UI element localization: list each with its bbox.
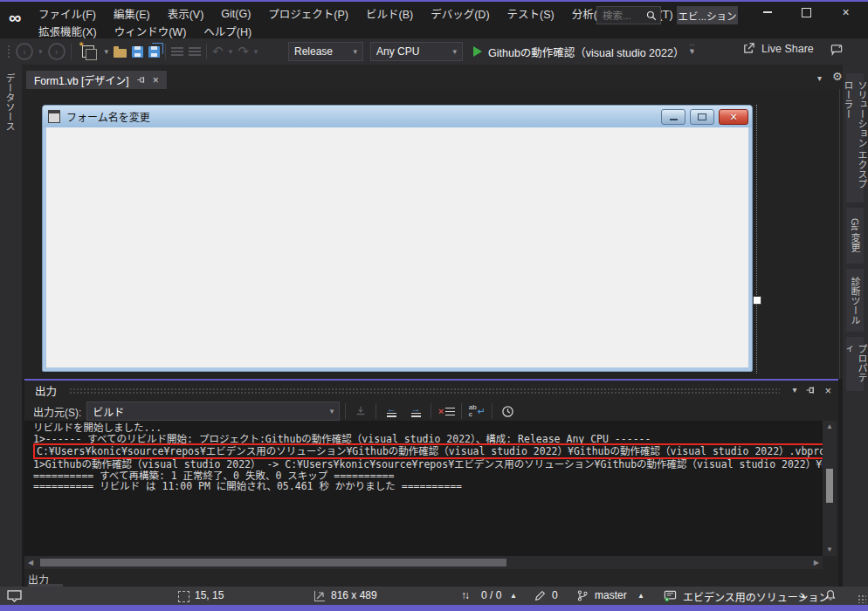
document-well: Form1.vb [デザイン] × ▾ ⚙ フォーム名を変更 ✕ — [22, 65, 843, 379]
scroll-right-icon[interactable]: ▶ — [814, 560, 819, 566]
toolbar-separator — [431, 403, 431, 419]
tab-list-chevron-icon[interactable]: ▾ — [817, 74, 822, 83]
document-tab-label: Form1.vb [デザイン] — [34, 72, 129, 87]
toolbar-grip[interactable] — [7, 45, 10, 59]
sidebar-item-solution-explorer[interactable]: ソリューション エクスプローラー — [846, 73, 864, 203]
bell-icon[interactable] — [824, 589, 837, 601]
horizontal-scroll-thumb[interactable] — [40, 559, 506, 566]
redo-dropdown-caret[interactable]: ▾ — [254, 48, 258, 56]
scroll-down-icon[interactable]: ▼ — [826, 546, 833, 553]
run-target-label: Githubの動作確認（visual studio 2022） — [488, 44, 684, 60]
live-share-label: Live Share — [761, 43, 814, 55]
sidebar-item-git-changes[interactable]: Git 変更 — [846, 208, 864, 264]
horizontal-scrollbar[interactable]: ◀ ▶ — [24, 556, 823, 569]
window-position-chevron-icon[interactable]: ▾ — [792, 386, 796, 395]
tab-form1-designer[interactable]: Form1.vb [デザイン] × — [26, 71, 167, 89]
form-client-area[interactable] — [46, 127, 748, 367]
minimize-button[interactable] — [747, 0, 787, 24]
navigate-forward-icon[interactable]: › — [48, 43, 65, 60]
vertical-scroll-thumb[interactable] — [826, 469, 833, 503]
resize-handle[interactable] — [753, 296, 761, 305]
pin-icon[interactable] — [805, 385, 816, 395]
menu-test[interactable]: テスト(S) — [499, 3, 563, 24]
form-maximize-button[interactable] — [690, 109, 714, 125]
sidebar-item-diagnostic-tools[interactable]: 診断ツール — [846, 269, 864, 332]
minimize-icon — [763, 11, 772, 13]
current-branch[interactable]: master — [595, 589, 627, 601]
output-text-area[interactable]: リビルドを開始しました... 1>------ すべてのリビルド開始: プロジェ… — [24, 421, 823, 556]
task-status-icon[interactable] — [7, 590, 22, 602]
form-close-button[interactable]: ✕ — [719, 109, 748, 125]
menu-build[interactable]: ビルド(B) — [357, 3, 422, 24]
current-repository[interactable]: エビデンス用のソリューション — [683, 589, 830, 604]
word-wrap-icon[interactable]: abc ↵ — [467, 402, 486, 420]
close-panel-icon[interactable]: × — [824, 384, 831, 397]
outdent-icon[interactable] — [171, 47, 183, 56]
return-arrow-icon: ↵ — [478, 406, 486, 417]
form-titlebar[interactable]: フォーム名を変更 ✕ — [43, 106, 752, 127]
start-debug-button[interactable]: Githubの動作確認（visual studio 2022） ▾ — [473, 41, 694, 62]
selection-border — [756, 105, 758, 374]
sidebar-item-properties[interactable]: プロパティ — [846, 337, 864, 391]
configuration-dropdown[interactable]: Release▾ — [288, 42, 363, 61]
indent-icon[interactable] — [189, 47, 201, 56]
menu-project[interactable]: プロジェクト(P) — [259, 3, 357, 24]
resize-grip[interactable] — [858, 594, 866, 603]
designed-form[interactable]: フォーム名を変更 ✕ — [42, 105, 753, 372]
arrow-right-icon: → — [411, 405, 421, 412]
pending-edits-count[interactable]: 0 — [552, 589, 558, 601]
new-dropdown-caret[interactable]: ▾ — [105, 48, 109, 56]
scroll-left-icon[interactable]: ◀ — [28, 560, 33, 566]
selection-size: 816 x 489 — [331, 589, 377, 601]
repository-menu-caret[interactable]: ▲ — [800, 592, 807, 600]
platform-dropdown[interactable]: Any CPU▾ — [370, 42, 463, 61]
back-dropdown-caret[interactable]: ▾ — [38, 48, 43, 56]
output-source-dropdown[interactable]: ビルド▾ — [86, 402, 340, 421]
vertical-scrollbar[interactable]: ▲ ▼ — [823, 421, 837, 556]
close-button[interactable]: × — [826, 0, 865, 24]
open-folder-icon[interactable] — [114, 49, 127, 58]
undo-dropdown-caret[interactable]: ▾ — [229, 48, 233, 56]
maximize-button[interactable] — [787, 0, 826, 24]
chevron-down-icon: ▾ — [452, 48, 457, 56]
output-line: 1>Githubの動作確認（visual studio 2022） -> C:¥… — [33, 459, 823, 470]
close-tab-icon[interactable]: × — [153, 74, 159, 86]
sync-menu-caret[interactable]: ▲ — [510, 592, 517, 600]
save-icon[interactable] — [132, 46, 143, 58]
chevron-down-icon: ▾ — [353, 48, 357, 56]
panel-tab-output[interactable]: 出力 — [28, 570, 68, 587]
sidebar-item-data-sources[interactable]: データソース — [3, 73, 17, 131]
toolbar-separator — [71, 44, 72, 59]
feedback-button[interactable] — [830, 43, 844, 56]
live-share-button[interactable]: Live Share — [742, 42, 814, 55]
pin-icon[interactable] — [136, 75, 146, 85]
designer-canvas[interactable]: フォーム名を変更 ✕ — [22, 89, 840, 379]
toolbar-overflow-button[interactable]: ·· ▾ — [688, 43, 695, 55]
navigate-back-icon[interactable]: ‹ — [16, 43, 33, 60]
branch-menu-caret[interactable]: ▲ — [637, 592, 644, 600]
output-panel-header[interactable]: 出力 ▾ × — [24, 381, 838, 400]
gear-icon[interactable]: ⚙ — [832, 70, 843, 83]
chevron-down-icon: ▾ — [330, 408, 334, 415]
form-minimize-button[interactable] — [661, 109, 685, 125]
size-icon — [314, 591, 325, 601]
arrow-left-icon: ← — [387, 405, 396, 412]
undo-icon[interactable]: ↶ — [212, 44, 224, 59]
window-title-button[interactable]: エビ...ション — [677, 6, 738, 24]
search-box[interactable] — [596, 6, 661, 24]
scroll-up-icon[interactable]: ▲ — [826, 423, 833, 430]
redo-icon[interactable]: ↷ — [238, 44, 249, 59]
previous-message-icon[interactable]: ← — [382, 402, 401, 420]
clear-all-icon[interactable]: × — [437, 402, 456, 420]
configuration-value: Release — [294, 45, 333, 58]
clock-icon[interactable] — [498, 402, 517, 420]
search-input[interactable] — [601, 10, 643, 22]
new-project-icon[interactable] — [82, 45, 94, 58]
panel-drag-handle[interactable] — [69, 388, 780, 394]
panel-title: 出力 — [35, 382, 57, 399]
save-all-icon[interactable] — [148, 46, 160, 58]
minimize-icon — [670, 119, 678, 120]
menu-debug[interactable]: デバッグ(D) — [422, 3, 498, 24]
goto-source-icon[interactable] — [351, 402, 370, 420]
next-message-icon[interactable]: → — [406, 402, 425, 420]
